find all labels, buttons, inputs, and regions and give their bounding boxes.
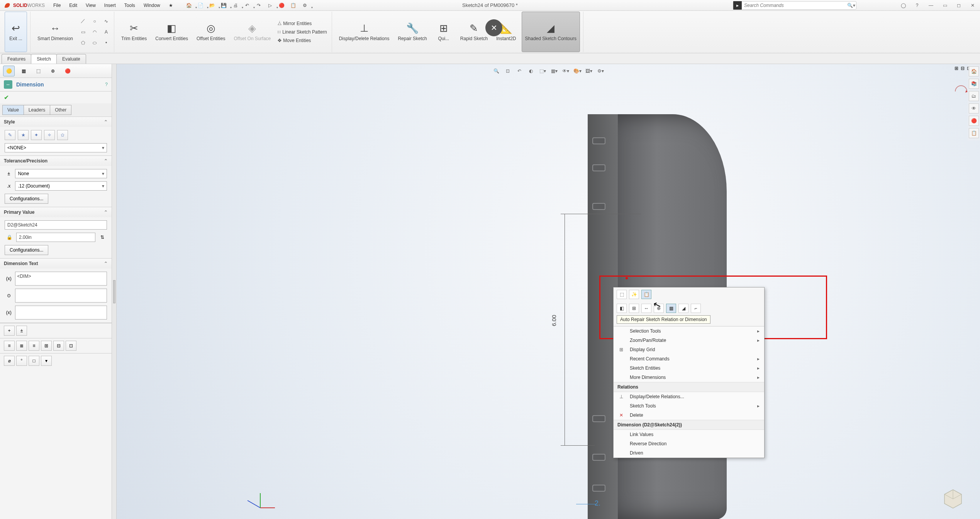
style-header[interactable]: Style⌃ bbox=[0, 117, 112, 127]
vp-2[interactable]: ⊟ bbox=[961, 66, 965, 71]
overlay-close-button[interactable]: ✕ bbox=[485, 19, 502, 36]
precision-dropdown[interactable]: .12 (Document)▾ bbox=[15, 181, 107, 191]
ctx-link-values[interactable]: Link Values bbox=[614, 430, 764, 439]
zoom-area-icon[interactable]: ⊡ bbox=[503, 66, 513, 76]
ctx-tool-10[interactable]: ⌐ bbox=[691, 304, 701, 313]
ctx-tool-6[interactable]: ↔ bbox=[641, 304, 651, 313]
exit-sketch-button[interactable]: ↩ Exit ... bbox=[5, 12, 27, 52]
shaded-contours-button[interactable]: ◢ Shaded Sketch Contours bbox=[522, 12, 580, 52]
trim-entities-button[interactable]: ✂ Trim Entities bbox=[118, 12, 150, 52]
sub-tab-value[interactable]: Value bbox=[2, 105, 24, 115]
lock-icon[interactable]: 🔒 bbox=[5, 233, 14, 242]
orientation-cube[interactable] bbox=[941, 487, 965, 510]
dim-text-area-3[interactable] bbox=[15, 306, 107, 320]
open-icon[interactable]: 📂 bbox=[207, 1, 218, 10]
tol-btn-1[interactable]: + bbox=[4, 326, 15, 336]
ctx-display-delete-relations[interactable]: ⊥Display/Delete Relations... bbox=[614, 392, 764, 401]
tolerance-header[interactable]: Tolerance/Precision⌃ bbox=[0, 156, 112, 166]
maximize-button[interactable]: ◻ bbox=[954, 2, 964, 9]
suffix-icon[interactable]: ⊙ bbox=[5, 291, 13, 300]
accept-button[interactable]: ✔ bbox=[4, 94, 9, 101]
rail-appearance-icon[interactable]: 🔴 bbox=[969, 116, 979, 126]
menu-file[interactable]: File bbox=[52, 2, 62, 9]
tol-btn-2[interactable]: ± bbox=[16, 326, 27, 336]
select-icon[interactable]: ▷ bbox=[265, 1, 276, 10]
menu-star[interactable]: ★ bbox=[167, 2, 175, 9]
linear-pattern-button[interactable]: ∷Linear Sketch Pattern bbox=[276, 29, 328, 36]
menu-view[interactable]: View bbox=[84, 2, 97, 9]
view-settings-icon[interactable]: ⚙▾ bbox=[595, 66, 605, 76]
tab-sketch[interactable]: Sketch bbox=[31, 54, 57, 64]
section-view-icon[interactable]: ◐ bbox=[526, 66, 536, 76]
rapid-sketch-button[interactable]: ✎ Rapid Sketch bbox=[457, 12, 491, 52]
tol-configurations-button[interactable]: Configurations... bbox=[5, 194, 48, 204]
tolerance-dropdown[interactable]: None▾ bbox=[15, 169, 107, 178]
spline-icon[interactable]: ∿ bbox=[102, 17, 111, 26]
ctx-sketch-entities[interactable]: Sketch Entities▸ bbox=[614, 363, 764, 373]
tab-evaluate[interactable]: Evaluate bbox=[56, 54, 86, 64]
prefix-icon[interactable]: (x) bbox=[5, 274, 13, 283]
dimension-name-input[interactable] bbox=[5, 220, 107, 230]
ctx-sketch-tools[interactable]: Sketch Tools▸ bbox=[614, 401, 764, 411]
just-right[interactable]: ≡ bbox=[29, 341, 39, 351]
mirror-entities-button[interactable]: ⧊Mirror Entities bbox=[276, 20, 328, 27]
help-icon[interactable]: ? bbox=[912, 2, 922, 9]
style-btn-1[interactable]: ✎ bbox=[5, 130, 15, 140]
panel-splitter[interactable] bbox=[112, 64, 117, 519]
move-entities-button[interactable]: ✥Move Entities bbox=[276, 37, 328, 44]
sub-tab-leaders[interactable]: Leaders bbox=[24, 105, 50, 115]
minimize-button[interactable]: — bbox=[926, 2, 936, 9]
print-icon[interactable]: 🖨 bbox=[230, 1, 241, 10]
dimension-value-input[interactable] bbox=[16, 233, 95, 242]
ctx-selection-tools[interactable]: Selection Tools▸ bbox=[614, 326, 764, 336]
menu-edit[interactable]: Edit bbox=[68, 2, 79, 9]
redo-icon[interactable]: ↷ bbox=[253, 1, 264, 10]
point-icon[interactable]: • bbox=[102, 38, 111, 47]
search-input[interactable] bbox=[742, 3, 846, 8]
dimension-text-header[interactable]: Dimension Text⌃ bbox=[0, 259, 112, 269]
edit-appearance-icon[interactable]: 🎨▾ bbox=[572, 66, 582, 76]
settings-icon[interactable]: ⚙ bbox=[300, 1, 310, 10]
smart-dimension-button[interactable]: ↔ Smart Dimension bbox=[34, 12, 76, 52]
circle-icon[interactable]: ○ bbox=[90, 17, 99, 26]
vp-1[interactable]: ⊞ bbox=[955, 66, 958, 71]
rail-custom-icon[interactable]: 📋 bbox=[969, 128, 979, 138]
search-commands[interactable]: ▸ 🔍▾ bbox=[733, 1, 856, 10]
home-icon[interactable]: 🏠 bbox=[184, 1, 195, 10]
just-left[interactable]: ≡ bbox=[4, 341, 15, 351]
pv-configurations-button[interactable]: Configurations... bbox=[5, 245, 48, 255]
ctx-tool-2[interactable]: ✨ bbox=[629, 290, 639, 299]
style-dropdown[interactable]: <NONE>▾ bbox=[5, 143, 107, 152]
graphics-viewport[interactable]: 🔍 ⊡ ↶ ◐ ⬚▾ ▦▾ 👁▾ 🎨▾ 🖼▾ ⚙▾ ⊞ ⊟ ⊡ ✕ 🏠 📚 🗂 … bbox=[117, 64, 980, 519]
apply-scene-icon[interactable]: 🖼▾ bbox=[584, 66, 594, 76]
style-btn-5[interactable]: ✩ bbox=[57, 130, 68, 140]
ctx-zoom-pan-rotate[interactable]: Zoom/Pan/Rotate▸ bbox=[614, 336, 764, 345]
ctx-more-dimensions[interactable]: More Dimensions▸ bbox=[614, 373, 764, 382]
rail-view-icon[interactable]: 👁 bbox=[969, 103, 979, 113]
display-icon[interactable]: ⊕ bbox=[47, 66, 59, 76]
ctx-tool-1[interactable]: ⬚ bbox=[617, 290, 627, 299]
view-orientation-icon[interactable]: ⬚▾ bbox=[537, 66, 548, 76]
ctx-tool-auto-repair[interactable]: 📋 bbox=[641, 290, 651, 299]
panel-help-icon[interactable]: ? bbox=[105, 82, 108, 87]
options-icon[interactable]: 📋 bbox=[288, 1, 299, 10]
close-button[interactable]: ✕ bbox=[968, 2, 978, 9]
dim-text-area-2[interactable] bbox=[15, 289, 107, 303]
rail-resources-icon[interactable]: 📚 bbox=[969, 79, 979, 89]
ellipse-icon[interactable]: ⬭ bbox=[90, 38, 99, 47]
save-icon[interactable]: 💾 bbox=[219, 1, 229, 10]
sym-more[interactable]: ▾ bbox=[41, 356, 52, 366]
ctx-display-grid[interactable]: ⊞Display Grid bbox=[614, 345, 764, 354]
rebuild-icon[interactable]: 🔴 bbox=[276, 1, 287, 10]
menu-tools[interactable]: Tools bbox=[123, 2, 137, 9]
offset-entities-button[interactable]: ◎ Offset Entities bbox=[193, 12, 228, 52]
new-icon[interactable]: 📄 bbox=[195, 1, 206, 10]
dimension-value-6[interactable]: 6.00 bbox=[551, 315, 557, 326]
menu-window[interactable]: Window bbox=[142, 2, 162, 9]
line-icon[interactable]: ／ bbox=[78, 17, 88, 26]
primary-value-header[interactable]: Primary Value⌃ bbox=[0, 207, 112, 217]
convert-entities-button[interactable]: ◧ Convert Entities bbox=[152, 12, 191, 52]
dim-text-area-1[interactable]: <DIM> bbox=[15, 272, 107, 286]
rectangle-icon[interactable]: ▭ bbox=[78, 27, 88, 37]
text-icon[interactable]: A bbox=[102, 27, 111, 37]
